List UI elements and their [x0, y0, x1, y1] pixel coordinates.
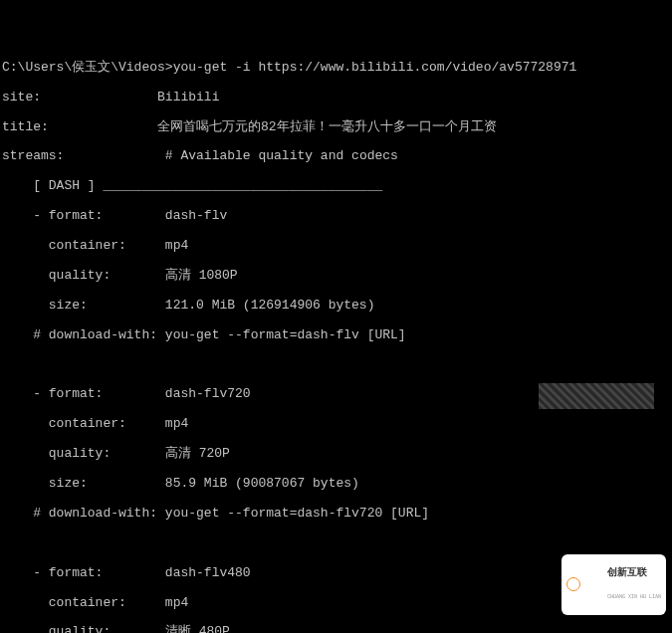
watermark-logo: 创新互联 CHUANG XIN HU LIAN [561, 554, 666, 616]
dash-header: [ DASH ] _______________________________… [2, 179, 670, 194]
format-value: dash-flv720 [165, 386, 251, 401]
site-label: site: [2, 90, 41, 105]
container-value: mp4 [165, 238, 188, 253]
quality-value: 清晰 480P [165, 624, 230, 633]
title-line: title: 全网首喝七万元的82年拉菲！一毫升八十多一口一个月工资 [2, 120, 670, 135]
prompt-path: C:\Users\侯玉文\Videos> [2, 60, 173, 75]
pixelated-censored-area [539, 383, 654, 409]
download-with-value: you-get --format=dash-flv [URL] [165, 327, 406, 342]
quality-value: 高清 1080P [165, 268, 238, 283]
streams-label: streams: [2, 148, 64, 163]
streams-comment: # Available quality and codecs [165, 148, 398, 163]
quality-value: 高清 720P [165, 446, 230, 461]
streams-line: streams: # Available quality and codecs [2, 149, 670, 164]
site-line: site: Bilibili [2, 91, 670, 106]
command-line-1: C:\Users\侯玉文\Videos>you-get -i https://w… [2, 61, 670, 76]
title-value: 全网首喝七万元的82年拉菲！一毫升八十多一口一个月工资 [157, 119, 497, 134]
size-value: 85.9 MiB (90087067 bytes) [165, 476, 359, 491]
size-value: 121.0 MiB (126914906 bytes) [165, 298, 375, 313]
watermark-icon [566, 577, 580, 591]
download-with-value: you-get --format=dash-flv720 [URL] [165, 506, 429, 521]
format-block-0: - format: dash-flv [2, 209, 670, 224]
watermark-subtext: CHUANG XIN HU LIAN [607, 594, 661, 600]
container-value: mp4 [165, 416, 188, 431]
format-value: dash-flv [165, 208, 227, 223]
command-text: you-get -i https://www.bilibili.com/vide… [173, 60, 577, 75]
title-label: title: [2, 119, 49, 134]
site-value: Bilibili [157, 90, 219, 105]
format-value: dash-flv480 [165, 565, 251, 580]
container-value: mp4 [165, 595, 188, 610]
watermark-text: 创新互联 [607, 567, 647, 578]
